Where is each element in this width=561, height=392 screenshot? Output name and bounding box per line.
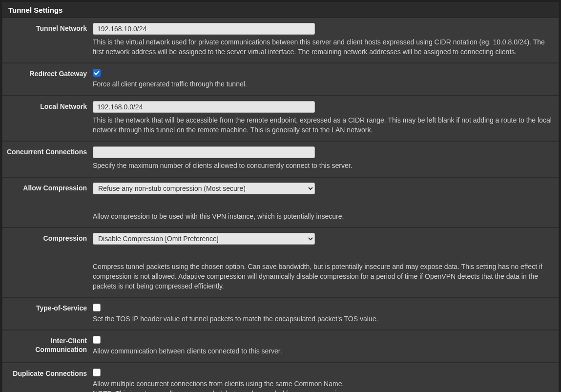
row-duplicate-connections: Duplicate Connections Allow multiple con… [2, 363, 559, 392]
redirect-gateway-checkbox[interactable] [93, 69, 101, 77]
row-redirect-gateway: Redirect Gateway Force all client genera… [2, 63, 559, 96]
help-type-of-service: Set the TOS IP header value of tunnel pa… [93, 314, 552, 324]
control-wrap: Refuse any non-stub compression (Most se… [93, 183, 559, 222]
row-inter-client: Inter-Client Communication Allow communi… [2, 330, 559, 363]
row-allow-compression: Allow Compression Refuse any non-stub co… [2, 178, 559, 228]
duplicate-connections-checkbox[interactable] [93, 369, 101, 376]
control-wrap: Specify the maximum number of clients al… [93, 146, 559, 171]
row-local-network: Local Network This is the network that w… [2, 96, 559, 142]
tunnel-settings-panel: Tunnel Settings Tunnel Network This is t… [2, 2, 559, 392]
help-duplicate-line1: Allow multiple concurrent connections fr… [93, 380, 344, 388]
allow-compression-select[interactable]: Refuse any non-stub compression (Most se… [93, 183, 315, 194]
help-tunnel-network: This is the virtual network used for pri… [93, 38, 552, 57]
control-wrap: Disable Compression [Omit Preference] Co… [93, 233, 559, 291]
label-redirect-gateway: Redirect Gateway [2, 68, 93, 89]
concurrent-connections-input[interactable] [93, 146, 315, 158]
label-compression: Compression [2, 233, 93, 291]
label-allow-compression: Allow Compression [2, 183, 93, 222]
row-type-of-service: Type-of-Service Set the TOS IP header va… [2, 298, 559, 330]
help-local-network: This is the network that will be accessi… [93, 116, 552, 135]
label-tunnel-network: Tunnel Network [2, 23, 93, 57]
help-redirect-gateway: Force all client generated traffic throu… [93, 80, 552, 89]
control-wrap: Allow multiple concurrent connections fr… [93, 368, 559, 392]
compression-select[interactable]: Disable Compression [Omit Preference] [93, 233, 315, 245]
label-concurrent-connections: Concurrent Connections [2, 146, 93, 171]
row-tunnel-network: Tunnel Network This is the virtual netwo… [2, 18, 559, 63]
help-duplicate-line2: NOTE: This is not generally recommended,… [93, 390, 346, 392]
row-compression: Compression Disable Compression [Omit Pr… [2, 228, 559, 298]
control-wrap: Set the TOS IP header value of tunnel pa… [93, 303, 559, 324]
control-wrap: This is the network that will be accessi… [93, 101, 559, 135]
help-allow-compression: Allow compression to be used with this V… [93, 212, 552, 222]
control-wrap: This is the virtual network used for pri… [93, 23, 559, 57]
control-wrap: Allow communication between clients conn… [93, 335, 559, 356]
type-of-service-checkbox[interactable] [93, 304, 101, 311]
label-local-network: Local Network [2, 101, 93, 135]
help-inter-client: Allow communication between clients conn… [93, 347, 552, 356]
local-network-input[interactable] [93, 101, 315, 113]
control-wrap: Force all client generated traffic throu… [93, 68, 559, 89]
tunnel-network-input[interactable] [93, 23, 315, 35]
help-concurrent-connections: Specify the maximum number of clients al… [93, 161, 552, 171]
label-type-of-service: Type-of-Service [2, 303, 93, 324]
inter-client-checkbox[interactable] [93, 336, 101, 344]
panel-title: Tunnel Settings [2, 2, 559, 18]
help-duplicate-connections: Allow multiple concurrent connections fr… [93, 379, 552, 392]
help-compression: Compress tunnel packets using the chosen… [93, 262, 552, 291]
label-inter-client: Inter-Client Communication [2, 335, 93, 356]
label-duplicate-connections: Duplicate Connections [2, 368, 93, 392]
row-concurrent-connections: Concurrent Connections Specify the maxim… [2, 142, 559, 178]
